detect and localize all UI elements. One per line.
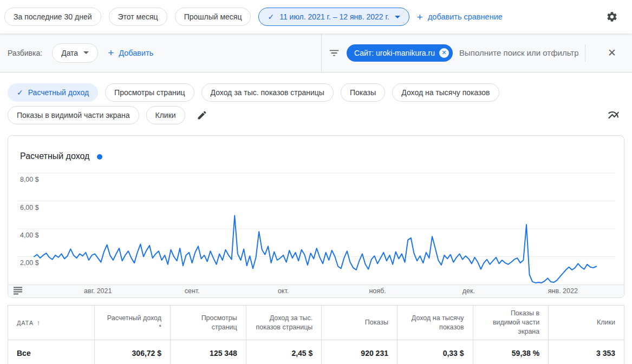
total-page-rpm: 2,45 $ [246,340,322,364]
add-breakdown-label: Добавить [119,49,153,57]
x-axis-label: дек. [462,287,475,295]
column-header-clicks[interactable]: Клики [549,306,624,340]
multiline-chart-icon [607,109,620,122]
breakdown-dropdown[interactable]: Дата [52,43,98,63]
add-breakdown-button[interactable]: + Добавить [108,48,153,58]
metric-chip-impressions[interactable]: Показы [341,83,385,102]
svg-text:2,00 $: 2,00 $ [20,259,39,267]
remove-filter-icon[interactable]: ✕ [439,48,449,58]
toggle-chart-button[interactable] [607,109,620,122]
column-header-page-views[interactable]: Просмотры страниц [171,306,246,340]
check-icon: ✓ [268,12,274,21]
chevron-down-icon [83,51,89,54]
report-table: ДАТА↑ Расчетный доход * Просмотры страни… [8,305,624,364]
metric-chip-panel: ✓ Расчетный доход Просмотры страниц Дохо… [0,72,632,135]
preset-last-30-days[interactable]: За последние 30 дней [4,8,101,26]
preset-last-month[interactable]: Прошлый месяц [175,8,251,26]
total-clicks: 3 353 [549,340,624,364]
site-filter-label: Сайт: uroki-manikura.ru [354,49,435,57]
settings-button[interactable] [606,11,618,23]
x-axis-label: нояб. [369,287,386,295]
svg-text:4,00 $: 4,00 $ [20,231,39,239]
svg-text:8,00 $: 8,00 $ [20,176,39,183]
total-estimated-earnings: 306,72 $ [95,340,171,364]
date-range-toolbar: За последние 30 дней Этот месяц Прошлый … [0,0,632,34]
sort-ascending-icon: ↑ [37,319,41,327]
plus-icon: + [108,48,114,58]
metric-chip-active-view[interactable]: Показы в видимой части экрана [8,106,139,124]
site-filter-chip[interactable]: Сайт: uroki-manikura.ru ✕ [347,44,453,62]
x-axis-label: окт. [278,287,289,295]
table-view-button[interactable] [13,287,23,295]
series-legend-dot [97,154,102,160]
chart-x-axis: авг. 2021сент.окт.нояб.дек.янв. 2022 [8,284,624,297]
breakdown-section: Разбивка: Дата + Добавить [0,34,322,72]
pencil-icon [197,110,207,121]
filter-list-icon [328,47,340,59]
chart-title: Расчетный доход [20,151,89,161]
column-header-impression-rpm[interactable]: Доход на тысячу показов [397,306,473,340]
filter-bar: Разбивка: Дата + Добавить Сайт: uroki-ma… [0,34,632,72]
metric-chip-page-views[interactable]: Просмотры страниц [105,83,194,102]
close-filter-bar-button[interactable]: ✕ [608,47,616,59]
preset-this-month[interactable]: Этот месяц [109,8,167,26]
svg-text:6,00 $: 6,00 $ [20,204,39,211]
search-input[interactable] [459,48,578,57]
metric-chip-label: Расчетный доход [28,88,89,97]
close-icon: ✕ [608,47,616,59]
column-header-page-rpm[interactable]: Доход за тыс. показов страницы [246,306,322,340]
total-active-view: 59,38 % [473,340,549,364]
breakdown-value: Дата [61,49,78,57]
column-header-estimated-earnings[interactable]: Расчетный доход * [95,306,171,340]
total-page-views: 125 348 [171,340,246,364]
list-lines-icon [13,287,23,295]
metric-chip-page-rpm[interactable]: Доход за тыс. показов страницы [201,83,334,102]
gear-icon [606,11,618,23]
metric-chip-estimated-earnings[interactable]: ✓ Расчетный доход [8,83,98,102]
date-range-chip[interactable]: ✓ 11 июл. 2021 г. – 12 янв. 2022 г. [258,8,409,26]
divider [585,44,585,62]
total-label: Все [8,340,95,364]
date-range-label: 11 июл. 2021 г. – 12 янв. 2022 г. [279,12,389,21]
x-axis-label: сент. [185,287,200,295]
check-icon: ✓ [17,88,23,97]
add-comparison-button[interactable]: + добавить сравнение [417,12,503,22]
chart-card: Расчетный доход 8,00 $6,00 $4,00 $2,00 $… [8,135,624,298]
search-filter-section: Сайт: uroki-manikura.ru ✕ ✕ [322,44,632,62]
x-axis-label: авг. 2021 [84,287,112,295]
x-axis-label: янв. 2022 [548,287,578,295]
metric-chip-clicks[interactable]: Клики [146,106,185,124]
chevron-down-icon [395,16,400,18]
column-header-date[interactable]: ДАТА↑ [8,306,95,340]
column-header-impressions[interactable]: Показы [322,306,398,340]
edit-metrics-button[interactable] [197,110,207,121]
add-comparison-label: добавить сравнение [428,12,503,21]
revenue-line-chart[interactable]: 8,00 $6,00 $4,00 $2,00 $ [8,171,624,284]
column-label: ДАТА [17,320,34,326]
total-impressions: 920 231 [322,340,398,364]
table-row-total: Все 306,72 $ 125 348 2,45 $ 920 231 0,33… [8,340,624,364]
total-impression-rpm: 0,33 $ [397,340,473,364]
metric-chip-impression-rpm[interactable]: Доход на тысячу показов [392,83,499,102]
column-header-active-view[interactable]: Показы в видимой части экрана [473,306,549,340]
plus-icon: + [417,12,423,22]
revenue-chart-svg: 8,00 $6,00 $4,00 $2,00 $ [8,171,624,284]
breakdown-label: Разбивка: [8,49,42,57]
